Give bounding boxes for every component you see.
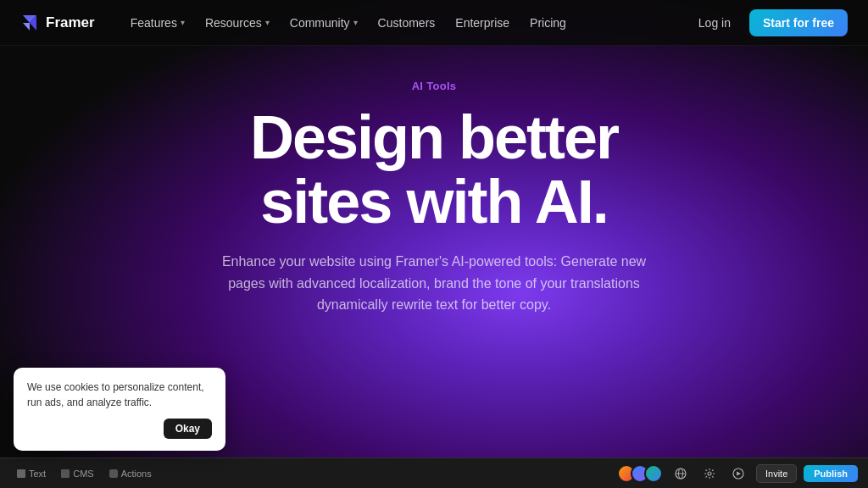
text-icon [17,469,25,478]
chevron-down-icon: ▾ [265,18,270,27]
cms-icon [61,469,70,478]
nav-enterprise-label: Enterprise [455,16,509,30]
nav-features-label: Features [131,16,177,30]
nav-customers-label: Customers [378,16,436,30]
nav-community[interactable]: Community ▾ [281,11,366,35]
cookie-banner: We use cookies to personalize content, r… [14,368,225,451]
hero-title: Design better sites with AI. [250,106,618,234]
actions-icon [109,469,118,478]
settings-icon-button[interactable] [698,463,721,485]
invite-button[interactable]: Invite [756,464,797,483]
bottom-bar-right: Invite Publish [617,463,858,485]
collaborator-avatars [617,464,663,483]
publish-button[interactable]: Publish [804,465,858,482]
nav-links: Features ▾ Resources ▾ Community ▾ Custo… [122,11,575,35]
toolbar-cms-item[interactable]: CMS [54,465,100,482]
nav-resources-label: Resources [205,16,262,30]
nav-customers[interactable]: Customers [370,11,444,35]
brand-name: Framer [46,14,95,31]
globe-icon-button[interactable] [670,463,692,485]
toolbar-text-label: Text [29,469,46,479]
toolbar-actions-item[interactable]: Actions [103,465,159,482]
cookie-text: We use cookies to personalize content, r… [27,380,212,410]
toolbar-cms-label: CMS [73,469,93,479]
nav-pricing-label: Pricing [530,16,566,30]
svg-point-6 [708,472,711,475]
hero-title-line1: Design better [250,103,618,171]
hero-title-line2: sites with AI. [260,168,607,236]
login-button[interactable]: Log in [690,11,739,35]
bottom-toolbar: Text CMS Actions [0,458,868,488]
start-for-free-button[interactable]: Start for free [749,9,848,36]
bottom-bar-left: Text CMS Actions [10,465,159,482]
nav-community-label: Community [290,16,350,30]
nav-resources[interactable]: Resources ▾ [197,11,278,35]
navbar: Framer Features ▾ Resources ▾ Community … [0,0,868,46]
toolbar-text-item[interactable]: Text [10,465,53,482]
ai-tools-badge: AI Tools [412,80,457,92]
hero-section: AI Tools Design better sites with AI. En… [0,46,868,333]
nav-features[interactable]: Features ▾ [122,11,193,35]
nav-right: Log in Start for free [690,9,848,36]
cookie-okay-button[interactable]: Okay [164,419,212,439]
gear-icon [704,468,715,480]
nav-pricing[interactable]: Pricing [521,11,575,35]
nav-left: Framer Features ▾ Resources ▾ Community … [20,11,575,35]
hero-subtitle: Enhance your website using Framer's AI-p… [214,251,654,316]
play-icon [732,468,744,480]
svg-marker-8 [737,471,741,475]
logo[interactable]: Framer [20,14,95,32]
avatar-3 [644,464,663,483]
play-icon-button[interactable] [727,463,749,485]
chevron-down-icon: ▾ [181,18,185,27]
svg-marker-1 [23,23,30,30]
framer-logo-icon [20,14,39,32]
toolbar-actions-label: Actions [121,469,152,479]
globe-icon [675,468,687,480]
nav-enterprise[interactable]: Enterprise [447,11,518,35]
chevron-down-icon: ▾ [353,18,358,27]
